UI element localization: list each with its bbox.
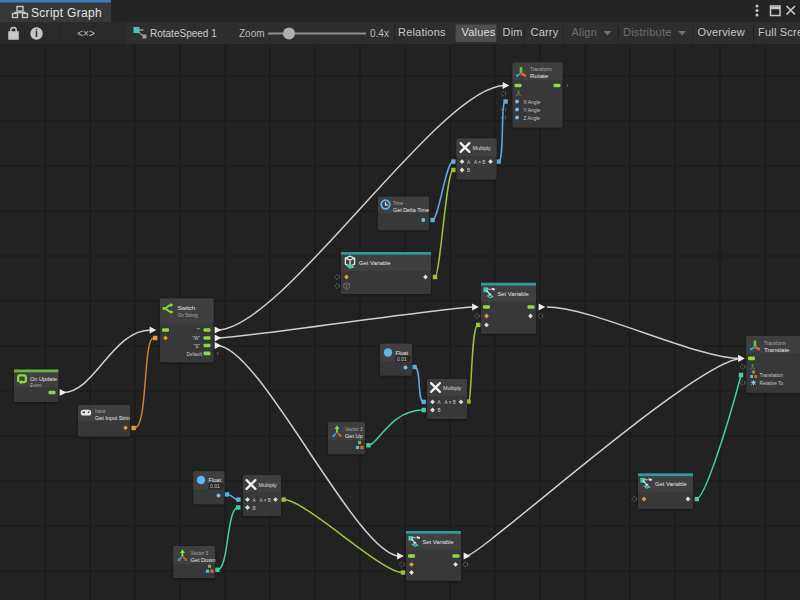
svg-text:A × B: A × B <box>445 400 456 405</box>
svg-text:Relations: Relations <box>398 26 446 38</box>
svg-text:Time: Time <box>393 201 403 206</box>
svg-text:B: B <box>438 408 441 413</box>
svg-text:i: i <box>35 28 38 39</box>
svg-text:On String: On String <box>178 313 199 318</box>
svg-text:Distribute: Distribute <box>623 26 671 38</box>
svg-text:<×>: <×> <box>77 28 95 39</box>
svg-text:Multiply: Multiply <box>473 145 492 151</box>
svg-text:Get Variable: Get Variable <box>359 260 391 266</box>
svg-text:Vector 3: Vector 3 <box>345 427 363 432</box>
svg-text:Get Delta Time: Get Delta Time <box>393 207 429 213</box>
svg-text:Set Variable: Set Variable <box>498 291 529 297</box>
svg-text:RotateSpeed 1: RotateSpeed 1 <box>150 28 217 39</box>
svg-text:Z Angle: Z Angle <box>524 116 541 121</box>
svg-text:Y Angle: Y Angle <box>524 108 541 113</box>
svg-text:0.4x: 0.4x <box>370 28 389 39</box>
svg-text:"": "" <box>197 328 201 333</box>
svg-text:Zoom: Zoom <box>239 28 265 39</box>
svg-text:Values: Values <box>462 26 496 38</box>
svg-text:Float: Float <box>209 477 222 483</box>
svg-text:Set Variable: Set Variable <box>423 539 454 545</box>
svg-text:Full Scre: Full Scre <box>758 26 800 38</box>
svg-text:Event: Event <box>30 383 42 388</box>
svg-text:"S": "S" <box>194 344 201 349</box>
svg-text:Switch: Switch <box>178 305 196 311</box>
svg-text:0.01: 0.01 <box>397 356 407 362</box>
svg-text:Get Up: Get Up <box>345 433 363 439</box>
svg-text:Multiply: Multiply <box>259 482 278 488</box>
svg-text:X Angle: X Angle <box>524 100 541 105</box>
svg-text:Overview: Overview <box>698 26 745 38</box>
svg-text:On Update: On Update <box>30 376 57 382</box>
svg-text:Float: Float <box>396 350 409 356</box>
svg-text:B: B <box>467 168 470 173</box>
svg-text:Default: Default <box>187 352 203 357</box>
svg-text:A × B: A × B <box>474 160 485 165</box>
svg-text:Rotate: Rotate <box>530 72 549 79</box>
svg-text:Translate: Translate <box>764 346 790 353</box>
svg-text:Get Down: Get Down <box>191 557 216 563</box>
svg-text:A × B: A × B <box>260 498 271 503</box>
svg-text:Get Input Strin: Get Input Strin <box>95 415 130 421</box>
svg-text:Carry: Carry <box>531 26 559 38</box>
svg-text:Get Variable: Get Variable <box>655 481 687 487</box>
svg-text:Relative To: Relative To <box>760 381 784 386</box>
svg-text:Multiply: Multiply <box>443 385 462 391</box>
svg-text:Dim: Dim <box>503 26 523 38</box>
svg-text:B: B <box>253 506 256 511</box>
svg-text:Script Graph: Script Graph <box>31 6 102 20</box>
svg-text:Vector 3: Vector 3 <box>191 551 209 556</box>
svg-text:0.01: 0.01 <box>210 483 220 489</box>
svg-text:Input: Input <box>95 409 106 414</box>
svg-text:Align: Align <box>572 26 597 38</box>
svg-text:Translation: Translation <box>760 373 784 378</box>
svg-text:"W": "W" <box>192 336 200 341</box>
